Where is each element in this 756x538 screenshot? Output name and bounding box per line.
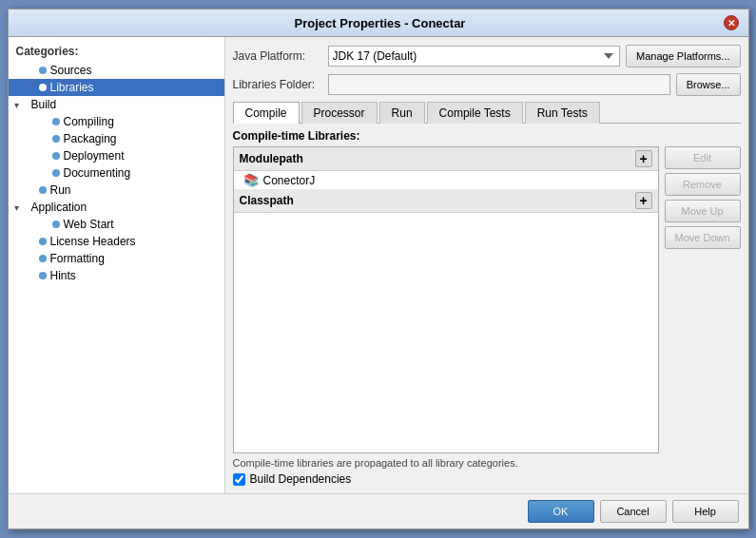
sidebar-item-documenting[interactable]: Documenting: [9, 164, 224, 182]
bottom-note: Compile-time libraries are propagated to…: [233, 457, 741, 469]
build-dependencies-row: Build Dependencies: [233, 472, 741, 486]
modulepath-add-button[interactable]: +: [635, 150, 652, 167]
classpath-section: Classpath +: [234, 189, 658, 213]
sidebar-item-compiling[interactable]: Compiling: [9, 113, 224, 130]
dot-icon: [52, 118, 60, 125]
move-up-button[interactable]: Move Up: [665, 200, 741, 222]
library-icon: 📚: [243, 173, 259, 187]
dot-icon: [52, 221, 60, 228]
sidebar-item-label: Web Start: [64, 218, 114, 231]
sidebar-item-label: Formatting: [50, 252, 105, 265]
dot-icon: [52, 169, 60, 177]
dot-icon: [52, 152, 60, 160]
sidebar-item-label: Application: [31, 201, 87, 214]
library-item-label: ConectorJ: [263, 174, 316, 187]
library-list-wrap: Modulepath + 📚 ConectorJ Classpath +: [233, 146, 659, 453]
sidebar-item-label: Build: [31, 98, 57, 111]
classpath-label: Classpath: [240, 194, 294, 207]
tab-run-tests[interactable]: Run Tests: [525, 102, 600, 124]
toggle-icon: ▾: [14, 202, 28, 213]
ok-button[interactable]: OK: [528, 500, 594, 523]
help-button[interactable]: Help: [672, 500, 739, 523]
compile-time-label: Compile-time Libraries:: [233, 129, 741, 143]
libraries-folder-label: Libraries Folder:: [233, 78, 328, 91]
close-button[interactable]: ✕: [724, 15, 739, 30]
sidebar-item-deployment[interactable]: Deployment: [9, 147, 224, 164]
build-dependencies-label: Build Dependencies: [250, 472, 352, 486]
dialog-title: Project Properties - Conectar: [37, 16, 724, 30]
sidebar-item-label: Sources: [50, 64, 92, 77]
sidebar-item-licenseheaders[interactable]: License Headers: [9, 233, 224, 250]
sidebar-item-webstart[interactable]: Web Start: [9, 216, 224, 233]
tab-processor[interactable]: Processor: [301, 102, 378, 124]
sidebar-item-label: Compiling: [64, 115, 114, 128]
sidebar-item-label: Run: [50, 183, 71, 197]
title-bar: Project Properties - Conectar ✕: [9, 10, 748, 37]
browse-button[interactable]: Browse...: [676, 73, 741, 96]
toggle-icon: ▾: [14, 100, 28, 110]
sidebar-item-label: Libraries: [50, 81, 94, 94]
dialog-footer: OK Cancel Help: [9, 493, 748, 528]
classpath-add-button[interactable]: +: [635, 192, 652, 209]
library-item-connectorj[interactable]: 📚 ConectorJ: [234, 171, 658, 189]
sidebar-item-hints[interactable]: Hints: [9, 267, 224, 284]
project-properties-dialog: Project Properties - Conectar ✕ Categori…: [8, 9, 749, 529]
main-content: Java Platform: JDK 17 (Default) Manage P…: [225, 37, 748, 493]
libraries-folder-input[interactable]: [328, 74, 670, 95]
java-platform-row: Java Platform: JDK 17 (Default) Manage P…: [233, 45, 741, 67]
sidebar-item-label: Hints: [50, 269, 76, 282]
side-buttons: Edit Remove Move Up Move Down: [665, 146, 741, 453]
java-platform-select[interactable]: JDK 17 (Default): [328, 46, 621, 67]
dialog-body: Categories: Sources Libraries ▾ Build: [9, 37, 748, 493]
tab-run[interactable]: Run: [379, 102, 425, 124]
sidebar-item-run[interactable]: Run: [9, 182, 224, 199]
sidebar: Categories: Sources Libraries ▾ Build: [9, 37, 225, 493]
modulepath-section: Modulepath +: [234, 147, 658, 171]
tab-compile-tests[interactable]: Compile Tests: [427, 102, 523, 124]
libraries-panel: Modulepath + 📚 ConectorJ Classpath +: [233, 146, 741, 453]
manage-platforms-button[interactable]: Manage Platforms...: [626, 45, 740, 67]
dot-icon: [39, 67, 47, 74]
dot-icon: [39, 84, 47, 91]
dot-icon: [39, 272, 47, 279]
modulepath-label: Modulepath: [240, 152, 303, 165]
sidebar-item-libraries[interactable]: Libraries: [9, 79, 224, 96]
edit-button[interactable]: Edit: [665, 146, 741, 169]
sidebar-item-application[interactable]: ▾ Application: [9, 199, 224, 216]
categories-label: Categories:: [9, 41, 224, 62]
sidebar-item-sources[interactable]: Sources: [9, 62, 224, 79]
dot-icon: [39, 255, 47, 262]
sidebar-item-label: Packaging: [64, 132, 117, 145]
sidebar-item-label: Documenting: [64, 166, 131, 180]
library-list: Modulepath + 📚 ConectorJ Classpath +: [233, 146, 659, 453]
sidebar-item-label: License Headers: [50, 235, 136, 248]
cancel-button[interactable]: Cancel: [600, 500, 667, 523]
dot-icon: [39, 186, 47, 194]
sidebar-item-label: Deployment: [64, 149, 125, 163]
sidebar-item-build[interactable]: ▾ Build: [9, 96, 224, 113]
tabs-bar: Compile Processor Run Compile Tests Run …: [233, 102, 741, 124]
build-dependencies-checkbox[interactable]: [233, 473, 245, 486]
libraries-folder-row: Libraries Folder: Browse...: [233, 73, 741, 96]
sidebar-item-packaging[interactable]: Packaging: [9, 130, 224, 147]
dot-icon: [52, 135, 60, 143]
tab-compile[interactable]: Compile: [233, 102, 300, 124]
remove-button[interactable]: Remove: [665, 173, 741, 196]
move-down-button[interactable]: Move Down: [665, 226, 741, 249]
dot-icon: [39, 238, 47, 245]
sidebar-item-formatting[interactable]: Formatting: [9, 250, 224, 267]
java-platform-label: Java Platform:: [233, 49, 328, 63]
